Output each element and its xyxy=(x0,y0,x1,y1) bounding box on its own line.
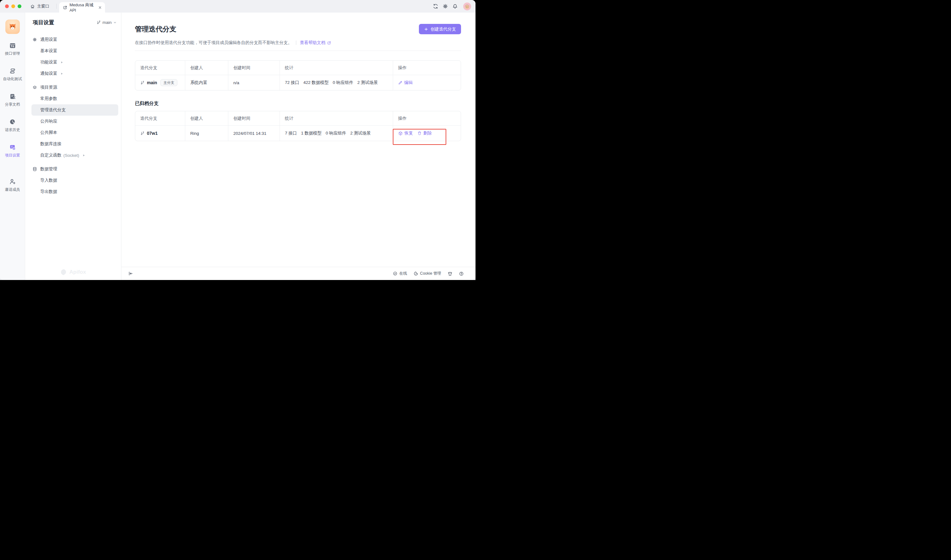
request-history-icon xyxy=(9,118,16,125)
help-button[interactable] xyxy=(459,271,464,276)
project-tab-label: Medusa 商城 API xyxy=(69,2,96,12)
status-bar-right: 在线 Cookie 管理 xyxy=(393,271,464,276)
menu-item-feature-settings[interactable]: 功能设置 xyxy=(31,57,118,68)
rail-item-api-management[interactable]: 接口管理 xyxy=(5,42,20,56)
stat-schemas: 1 数据模型 xyxy=(301,131,321,136)
rail-item-label: 项目设置 xyxy=(5,153,20,158)
zoom-window-button[interactable] xyxy=(18,5,22,8)
col-header-branch: 迭代分支 xyxy=(135,61,185,75)
user-avatar[interactable] xyxy=(463,3,471,10)
menu-item-label: 数据库连接 xyxy=(40,141,62,147)
create-branch-button[interactable]: 创建迭代分支 xyxy=(419,24,461,34)
cell-created: 2024/07/01 14:31 xyxy=(228,126,280,141)
collapse-sidebar-icon[interactable] xyxy=(128,271,133,276)
description-divider xyxy=(296,40,296,45)
status-bar: 在线 Cookie 管理 xyxy=(122,267,476,280)
col-header-branch: 迭代分支 xyxy=(135,111,185,125)
cell-created: n/a xyxy=(228,75,280,90)
stat-endpoints: 7 接口 xyxy=(285,131,297,136)
close-window-button[interactable] xyxy=(5,5,9,8)
pencil-icon xyxy=(398,80,402,85)
plus-icon xyxy=(424,27,428,31)
delete-branch-link[interactable]: 删除 xyxy=(417,131,432,136)
menu-group-label: 项目资源 xyxy=(40,85,57,90)
header-divider xyxy=(135,51,461,51)
archived-table-wrap: 迭代分支 创建人 创建时间 统计 操作 xyxy=(135,111,461,141)
project-settings-icon xyxy=(9,144,16,151)
rail-item-request-history[interactable]: 请求历史 xyxy=(5,118,20,132)
col-header-stats: 统计 xyxy=(280,111,393,125)
page-title: 管理迭代分支 xyxy=(135,25,176,34)
cell-creator: 系统内置 xyxy=(185,75,228,90)
theme-shirt-icon[interactable] xyxy=(447,271,453,276)
close-tab-icon[interactable] xyxy=(98,6,102,9)
col-header-creator: 创建人 xyxy=(185,111,228,125)
question-circle-icon xyxy=(459,271,464,276)
menu-item-database-connections[interactable]: 数据库连接 xyxy=(31,138,118,149)
branch-selector[interactable]: main xyxy=(97,20,117,25)
home-window-tab[interactable]: 主窗口 xyxy=(30,3,49,9)
menu-item-notification-settings[interactable]: 通知设置 xyxy=(31,68,118,79)
menu-group-data-management: 数据管理 xyxy=(31,163,118,175)
layers-icon xyxy=(32,85,37,90)
cookie-manager-button[interactable]: Cookie 管理 xyxy=(413,271,441,276)
cookie-manager-label: Cookie 管理 xyxy=(420,271,441,276)
gear-icon[interactable] xyxy=(442,3,448,9)
table-header-row: 迭代分支 创建人 创建时间 统计 操作 xyxy=(135,111,461,126)
menu-group-label: 数据管理 xyxy=(40,166,57,172)
menu-item-label: 基本设置 xyxy=(40,48,57,54)
rail-item-label: 邀请成员 xyxy=(5,187,20,192)
sidebar-header: 项目设置 main xyxy=(25,12,121,32)
menu-item-common-scripts[interactable]: 公共脚本 xyxy=(31,127,118,138)
git-branch-icon xyxy=(140,131,145,135)
restore-branch-label: 恢复 xyxy=(404,131,413,136)
menu-item-common-responses[interactable]: 公共响应 xyxy=(31,115,118,127)
menu-item-custom-functions[interactable]: 自定义函数 (Socket) xyxy=(31,149,118,161)
archived-section-title: 已归档分支 xyxy=(135,100,461,106)
create-branch-button-label: 创建迭代分支 xyxy=(430,26,456,32)
rail-item-auto-testing[interactable]: 自动化测试 xyxy=(3,68,22,82)
rail-item-invite-members[interactable]: 邀请成员 xyxy=(5,178,20,192)
app-window: 主窗口 Medusa 商城 API xyxy=(0,0,476,280)
col-header-actions: 操作 xyxy=(393,111,461,125)
bell-icon[interactable] xyxy=(452,3,458,9)
stat-responses: 0 响应组件 xyxy=(333,80,353,86)
primary-nav-rail: 接口管理 自动化测试 xyxy=(0,12,25,280)
rail-item-share-docs[interactable]: 分享文档 xyxy=(5,93,20,107)
refresh-icon[interactable] xyxy=(433,3,438,9)
auto-testing-icon xyxy=(9,68,16,74)
menu-item-label: 常用参数 xyxy=(40,96,57,102)
edit-branch-link[interactable]: 编辑 xyxy=(398,80,413,86)
restore-branch-link[interactable]: 恢复 xyxy=(398,131,413,136)
project-tab[interactable]: Medusa 商城 API xyxy=(59,2,105,12)
help-doc-link[interactable]: 查看帮助文档 xyxy=(300,40,331,46)
home-tab-label: 主窗口 xyxy=(37,3,49,9)
main-branch-badge: 主分支 xyxy=(160,79,178,86)
apifox-logo-icon xyxy=(60,269,67,275)
main-content: 管理迭代分支 创建迭代分支 在接口协作时使用迭代分支功能，可便于项目成员编辑各自… xyxy=(122,12,476,280)
menu-item-export-data[interactable]: 导出数据 xyxy=(31,186,118,197)
menu-item-basic-settings[interactable]: 基本设置 xyxy=(31,45,118,57)
stat-test-scenarios: 2 测试场景 xyxy=(357,80,378,86)
menu-item-common-parameters[interactable]: 常用参数 xyxy=(31,93,118,104)
menu-item-label: 导入数据 xyxy=(40,178,57,183)
menu-item-import-data[interactable]: 导入数据 xyxy=(31,175,118,186)
online-status[interactable]: 在线 xyxy=(393,271,407,276)
menu-group-label: 通用设置 xyxy=(40,37,57,42)
rail-item-project-settings[interactable]: 项目设置 xyxy=(5,144,20,158)
menu-item-manage-branches[interactable]: 管理迭代分支 xyxy=(31,104,118,115)
project-logo-fox[interactable] xyxy=(5,20,20,34)
settings-sidebar: 项目设置 main xyxy=(25,12,122,280)
package-icon xyxy=(398,131,403,136)
cell-branch: main 主分支 xyxy=(135,75,185,90)
titlebar: 主窗口 Medusa 商城 API xyxy=(0,0,476,12)
sidebar-title: 项目设置 xyxy=(33,19,54,26)
menu-item-label: 公共响应 xyxy=(40,118,57,124)
stat-schemas: 422 数据模型 xyxy=(304,80,328,86)
rail-item-label: 接口管理 xyxy=(5,51,20,56)
cookie-icon xyxy=(413,271,418,276)
branch-table: 迭代分支 创建人 创建时间 统计 操作 main xyxy=(135,60,461,91)
online-status-label: 在线 xyxy=(399,271,407,276)
minimize-window-button[interactable] xyxy=(11,5,15,8)
git-branch-icon xyxy=(140,80,145,85)
